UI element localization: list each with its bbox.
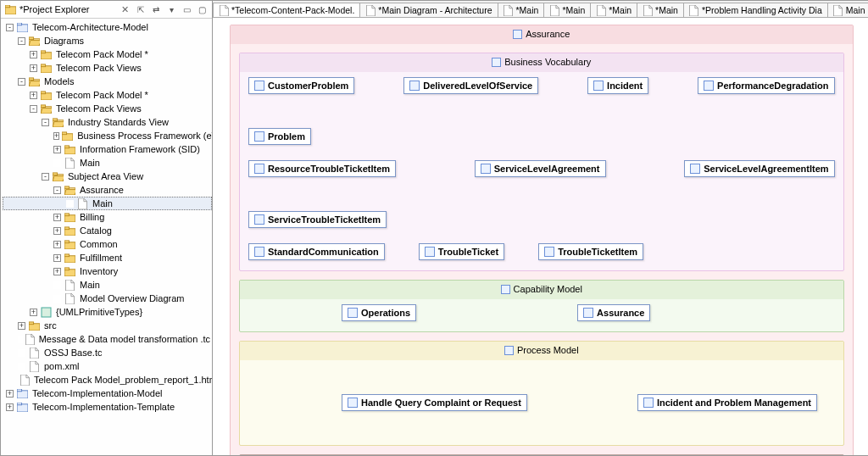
collapse-icon[interactable]: - bbox=[6, 24, 14, 31]
editor-tab[interactable]: *Main bbox=[543, 3, 591, 17]
tree-spacer bbox=[53, 295, 61, 303]
diagram-canvas[interactable]: AssuranceBusiness VocabularyCustomerProb… bbox=[213, 18, 868, 455]
expand-icon[interactable]: + bbox=[53, 241, 61, 248]
collapse-icon[interactable]: - bbox=[30, 105, 37, 113]
tree-row[interactable]: -Industry Standards View bbox=[3, 115, 212, 129]
editor-tab[interactable]: *Problem Handling Activity Dia bbox=[683, 3, 828, 17]
editor-tab[interactable]: *Main bbox=[590, 3, 637, 17]
expand-icon[interactable]: + bbox=[30, 309, 37, 316]
expand-icon[interactable]: + bbox=[53, 227, 61, 235]
tree-row[interactable]: Main bbox=[3, 278, 212, 292]
diagram-group[interactable]: Capability ModelOperationsAssurance bbox=[239, 280, 844, 332]
diagram-group[interactable]: Services ModelData ModelMessaging ModelS… bbox=[239, 454, 844, 455]
tree-row[interactable]: -Assurance bbox=[3, 183, 212, 197]
tree-row[interactable]: +Telecom Pack Views bbox=[3, 61, 212, 75]
tree-row[interactable]: +Inventory bbox=[3, 264, 212, 278]
tree-row[interactable]: Main bbox=[3, 197, 212, 210]
expand-icon[interactable]: + bbox=[53, 254, 61, 262]
project-tree[interactable]: -Telecom-Architecture-Model-Diagrams+Tel… bbox=[1, 19, 212, 455]
diagram-block[interactable]: TroubleTicket bbox=[419, 243, 504, 260]
diagram-block[interactable]: Handle Query Complaint or Request bbox=[342, 394, 527, 411]
diagram-block[interactable]: ServiceLevelAgreement bbox=[475, 160, 606, 177]
diagram-block[interactable]: Incident and Problem Management bbox=[637, 394, 817, 411]
tree-row[interactable]: +Information Framework (SID) bbox=[3, 142, 212, 156]
collapse-icon[interactable]: - bbox=[42, 119, 49, 126]
svg-marker-51 bbox=[30, 361, 38, 372]
tree-row[interactable]: +Telecom-Implementation-Model bbox=[3, 386, 212, 400]
diagram-block[interactable]: CustomerProblem bbox=[248, 77, 354, 94]
editor-tab[interactable]: *Main Diagram - Architecture bbox=[359, 3, 498, 17]
editor-tab[interactable]: Main bbox=[827, 3, 868, 17]
block-icon bbox=[690, 164, 700, 174]
editor-tab[interactable]: *Main bbox=[637, 3, 684, 17]
tree-row[interactable]: +Telecom Pack Model * bbox=[3, 47, 212, 61]
expand-icon[interactable]: + bbox=[30, 51, 37, 58]
tree-row[interactable]: Telecom Pack Model_problem_report_1.html bbox=[3, 373, 212, 386]
close-view-icon[interactable]: ✕ bbox=[120, 4, 131, 15]
tree-row[interactable]: Main bbox=[3, 156, 212, 170]
collapse-icon[interactable]: - bbox=[42, 173, 49, 181]
tree-row[interactable]: -Subject Area View bbox=[3, 170, 212, 183]
tree-row[interactable]: +{UMLPrimitiveTypes} bbox=[3, 305, 212, 319]
tree-row[interactable]: +Billing bbox=[3, 210, 212, 224]
collapse-icon[interactable]: - bbox=[53, 186, 61, 194]
diagram-block[interactable]: Problem bbox=[248, 128, 311, 145]
tree-row[interactable]: -Telecom-Architecture-Model bbox=[3, 20, 212, 34]
expand-icon[interactable]: + bbox=[53, 214, 61, 221]
expand-icon[interactable]: + bbox=[30, 92, 37, 99]
diagram-file-icon bbox=[833, 5, 843, 15]
expand-icon[interactable]: + bbox=[30, 64, 37, 72]
file-icon bbox=[64, 157, 75, 169]
tree-row[interactable]: -Models bbox=[3, 75, 212, 88]
expand-icon[interactable]: + bbox=[6, 403, 14, 411]
tree-row[interactable]: -Telecom Pack Views bbox=[3, 102, 212, 115]
tree-row[interactable]: +Catalog bbox=[3, 224, 212, 237]
expand-icon[interactable]: + bbox=[6, 390, 14, 398]
minimize-icon[interactable]: ▭ bbox=[180, 3, 193, 16]
tree-row[interactable]: +Fulfillment bbox=[3, 251, 212, 264]
svg-rect-35 bbox=[64, 213, 70, 215]
expand-icon[interactable]: + bbox=[53, 132, 59, 140]
diagram-block[interactable]: PerformanceDegradation bbox=[698, 77, 834, 94]
diagram-root-frame[interactable]: AssuranceBusiness VocabularyCustomerProb… bbox=[230, 25, 854, 455]
tree-row[interactable]: Model Overview Diagram bbox=[3, 292, 212, 305]
tree-row[interactable]: -Diagrams bbox=[3, 34, 212, 47]
link-with-editor-icon[interactable]: ⇄ bbox=[149, 3, 163, 16]
block-label: Incident bbox=[607, 81, 643, 91]
collapse-all-icon[interactable]: ⇱ bbox=[134, 3, 147, 16]
block-icon bbox=[583, 308, 593, 318]
tree-row[interactable]: +Telecom-Implementation-Template bbox=[3, 400, 212, 414]
editor-tab[interactable]: *Main bbox=[498, 3, 545, 17]
editor-tab[interactable]: *Telecom-Content-Pack-Model. bbox=[213, 3, 360, 17]
diagram-block[interactable]: StandardCommunication bbox=[248, 243, 385, 260]
diagram-block[interactable]: Assurance bbox=[577, 304, 650, 321]
diagram-block[interactable]: Operations bbox=[342, 304, 416, 321]
tree-row[interactable]: Message & Data model transformation .tc bbox=[3, 332, 212, 346]
tree-row[interactable]: +Telecom Pack Model * bbox=[3, 88, 212, 102]
diagram-block[interactable]: ServiceLevelAgreementItem bbox=[684, 160, 834, 177]
group-icon bbox=[513, 30, 522, 39]
block-label: PerformanceDegradation bbox=[717, 81, 828, 91]
diagram-group[interactable]: Business VocabularyCustomerProblemDelive… bbox=[239, 53, 844, 271]
tree-row[interactable]: +src bbox=[3, 319, 212, 332]
diagram-block[interactable]: Incident bbox=[587, 77, 648, 94]
folder-icon bbox=[40, 62, 52, 74]
diagram-block[interactable]: ServiceTroubleTicketItem bbox=[248, 211, 387, 228]
tree-row[interactable]: +Common bbox=[3, 237, 212, 251]
diagram-block[interactable]: ResourceTroubleTicketItem bbox=[248, 160, 396, 177]
tree-row[interactable]: +Business Process Framework (eTOM bbox=[3, 129, 212, 142]
block-icon bbox=[481, 164, 491, 174]
tree-row[interactable]: OSSJ Base.tc bbox=[3, 346, 212, 359]
diagram-block[interactable]: TroubleTicketItem bbox=[538, 243, 643, 260]
expand-icon[interactable]: + bbox=[53, 146, 61, 153]
diagram-block[interactable]: DeliveredLevelOfService bbox=[403, 77, 538, 94]
diagram-group[interactable]: Process ModelHandle Query Complaint or R… bbox=[239, 341, 844, 446]
maximize-icon[interactable]: ▢ bbox=[195, 3, 209, 16]
expand-icon[interactable]: + bbox=[18, 322, 25, 330]
collapse-icon[interactable]: - bbox=[18, 37, 25, 45]
tree-label: Catalog bbox=[78, 225, 114, 236]
tree-row[interactable]: pom.xml bbox=[3, 359, 212, 373]
view-menu-icon[interactable]: ▾ bbox=[164, 3, 178, 16]
expand-icon[interactable]: + bbox=[53, 268, 61, 275]
collapse-icon[interactable]: - bbox=[18, 78, 25, 86]
